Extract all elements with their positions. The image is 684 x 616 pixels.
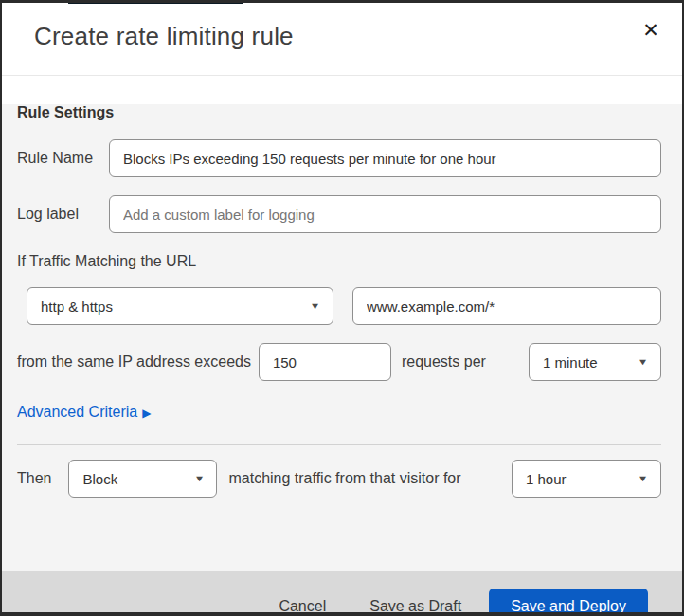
period-select-value: 1 minute xyxy=(543,354,631,371)
dialog-header: Create rate limiting rule ✕ xyxy=(2,3,682,76)
threshold-row: from the same IP address exceeds request… xyxy=(17,343,661,381)
rule-settings-heading: Rule Settings xyxy=(17,104,661,121)
rule-name-input[interactable] xyxy=(109,139,661,177)
action-middle-text: matching traffic from that visitor for xyxy=(228,470,460,487)
duration-select-value: 1 hour xyxy=(526,471,631,487)
duration-select[interactable]: 1 hour ▼ xyxy=(512,460,661,498)
close-icon[interactable]: ✕ xyxy=(635,14,667,46)
save-as-draft-button[interactable]: Save as Draft xyxy=(368,590,463,616)
url-pattern-input[interactable] xyxy=(352,287,661,325)
period-select[interactable]: 1 minute ▼ xyxy=(529,343,661,381)
chevron-down-icon: ▼ xyxy=(310,301,321,311)
dialog-body: Rule Settings Rule Name Log label If Tra… xyxy=(2,104,682,571)
section-divider xyxy=(17,444,661,445)
log-label-label: Log label xyxy=(17,206,109,223)
scheme-select[interactable]: http & https ▼ xyxy=(27,287,333,325)
action-select-value: Block xyxy=(82,471,187,487)
background-page-sliver xyxy=(68,0,243,4)
threshold-text-before: from the same IP address exceeds xyxy=(17,353,251,371)
cancel-button[interactable]: Cancel xyxy=(277,590,328,616)
url-match-row: http & https ▼ xyxy=(27,287,661,325)
traffic-matching-text: If Traffic Matching the URL xyxy=(17,253,661,270)
dialog-footer: Cancel Save as Draft Save and Deploy xyxy=(2,571,682,616)
threshold-text-after: requests per xyxy=(402,353,486,371)
action-select[interactable]: Block ▼ xyxy=(68,460,217,498)
dialog-title: Create rate limiting rule xyxy=(34,22,294,51)
then-label: Then xyxy=(17,470,51,487)
create-rate-limiting-rule-dialog: Create rate limiting rule ✕ Rule Setting… xyxy=(0,0,684,616)
scheme-select-value: http & https xyxy=(41,299,303,315)
chevron-down-icon: ▼ xyxy=(638,474,649,483)
save-and-deploy-button[interactable]: Save and Deploy xyxy=(489,589,648,616)
advanced-criteria-label: Advanced Criteria xyxy=(17,404,137,421)
chevron-down-icon: ▼ xyxy=(193,474,205,483)
log-label-row: Log label xyxy=(17,195,661,233)
chevron-down-icon: ▼ xyxy=(638,357,649,367)
rule-name-row: Rule Name xyxy=(17,139,661,177)
rule-name-label: Rule Name xyxy=(17,150,109,167)
action-row: Then Block ▼ matching traffic from that … xyxy=(17,460,661,498)
log-label-input[interactable] xyxy=(109,195,661,233)
expand-right-icon: ▶ xyxy=(142,406,151,419)
advanced-criteria-link[interactable]: Advanced Criteria ▶ xyxy=(17,404,151,421)
request-count-input[interactable] xyxy=(259,343,391,381)
